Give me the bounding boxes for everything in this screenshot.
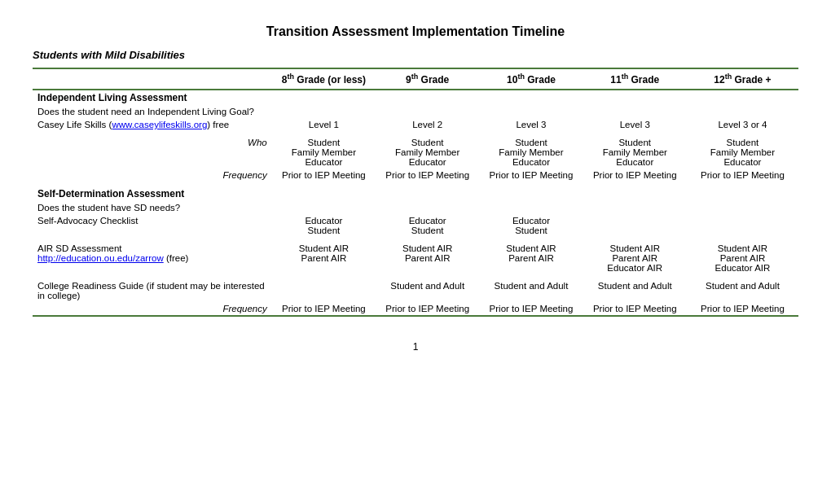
il-section-header: Independent Living Assessment <box>33 90 798 105</box>
casey-10th: Level 3 <box>479 118 583 131</box>
casey-12th: Level 3 or 4 <box>687 118 798 131</box>
il-freq-11th: Prior to IEP Meeting <box>583 169 687 182</box>
college-10th: Student and Adult <box>479 279 583 302</box>
air-label: AIR SD Assessment http://education.ou.ed… <box>33 242 272 274</box>
air-12th: Student AIRParent AIREducator AIR <box>687 242 798 274</box>
college-12th: Student and Adult <box>687 279 798 302</box>
sd-freq-9th: Prior to IEP Meeting <box>376 302 479 316</box>
casey-9th: Level 2 <box>376 118 479 131</box>
il-freq-9th: Prior to IEP Meeting <box>376 169 479 182</box>
col-header-5: 12th Grade + <box>687 68 798 90</box>
col-header-4: 11th Grade <box>583 68 687 90</box>
advocacy-label: Self-Advocacy Checklist <box>33 214 272 237</box>
sd-section-header: Self-Determination Assessment <box>33 186 798 201</box>
il-section-sub: Does the student need an Independent Liv… <box>33 105 798 118</box>
sd-section-sub-row: Does the student have SD needs? <box>33 201 798 214</box>
advocacy-11th <box>583 214 687 237</box>
sd-freq-10th: Prior to IEP Meeting <box>479 302 583 316</box>
college-row: College Readiness Guide (if student may … <box>33 279 798 302</box>
advocacy-row: Self-Advocacy Checklist EducatorStudent … <box>33 214 798 237</box>
sd-section-sub: Does the student have SD needs? <box>33 201 798 214</box>
section-subtitle: Students with Mild Disabilities <box>33 49 798 61</box>
il-freq-10th: Prior to IEP Meeting <box>479 169 583 182</box>
air-row: AIR SD Assessment http://education.ou.ed… <box>33 242 798 274</box>
air-8th: Student AIRParent AIR <box>272 242 376 274</box>
il-section-sub-row: Does the student need an Independent Liv… <box>33 105 798 118</box>
il-freq-12th: Prior to IEP Meeting <box>687 169 798 182</box>
main-table: 8th Grade (or less) 9th Grade 10th Grade… <box>33 68 798 317</box>
page-number: 1 <box>33 341 798 353</box>
page: Transition Assessment Implementation Tim… <box>0 0 831 504</box>
casey-8th: Level 1 <box>272 118 376 131</box>
advocacy-12th <box>687 214 798 237</box>
sd-freq-11th: Prior to IEP Meeting <box>583 302 687 316</box>
header-row: 8th Grade (or less) 9th Grade 10th Grade… <box>33 68 798 90</box>
who-9th: StudentFamily MemberEducator <box>376 136 479 169</box>
sd-section-header-row: Self-Determination Assessment <box>33 186 798 201</box>
casey-11th: Level 3 <box>583 118 687 131</box>
who-8th: StudentFamily MemberEducator <box>272 136 376 169</box>
il-section-header-row: Independent Living Assessment <box>33 90 798 105</box>
sd-freq-label: Frequency <box>33 302 272 316</box>
college-8th <box>272 279 376 302</box>
advocacy-9th: EducatorStudent <box>376 214 479 237</box>
sd-freq-row: Frequency Prior to IEP Meeting Prior to … <box>33 302 798 316</box>
air-10th: Student AIRParent AIR <box>479 242 583 274</box>
who-11th: StudentFamily MemberEducator <box>583 136 687 169</box>
college-9th: Student and Adult <box>376 279 479 302</box>
casey-label: Casey Life Skills (www.caseylifeskills.o… <box>33 118 272 131</box>
casey-row: Casey Life Skills (www.caseylifeskills.o… <box>33 118 798 131</box>
air-9th: Student AIRParent AIR <box>376 242 479 274</box>
sd-freq-12th: Prior to IEP Meeting <box>687 302 798 316</box>
advocacy-10th: EducatorStudent <box>479 214 583 237</box>
col-header-1: 8th Grade (or less) <box>272 68 376 90</box>
col-header-2: 9th Grade <box>376 68 479 90</box>
who-row: Who StudentFamily MemberEducator Student… <box>33 136 798 169</box>
col-header-3: 10th Grade <box>479 68 583 90</box>
col-header-0 <box>33 68 272 90</box>
advocacy-8th: EducatorStudent <box>272 214 376 237</box>
who-label: Who <box>33 136 272 169</box>
college-11th: Student and Adult <box>583 279 687 302</box>
il-freq-label: Frequency <box>33 169 272 182</box>
il-freq-8th: Prior to IEP Meeting <box>272 169 376 182</box>
who-12th: StudentFamily MemberEducator <box>687 136 798 169</box>
il-freq-row: Frequency Prior to IEP Meeting Prior to … <box>33 169 798 182</box>
air-11th: Student AIRParent AIREducator AIR <box>583 242 687 274</box>
college-label: College Readiness Guide (if student may … <box>33 279 272 302</box>
air-link[interactable]: http://education.ou.edu/zarrow <box>37 253 164 263</box>
page-title: Transition Assessment Implementation Tim… <box>33 24 798 39</box>
casey-link[interactable]: www.caseylifeskills.org <box>112 120 207 129</box>
who-10th: StudentFamily MemberEducator <box>479 136 583 169</box>
sd-freq-8th: Prior to IEP Meeting <box>272 302 376 316</box>
